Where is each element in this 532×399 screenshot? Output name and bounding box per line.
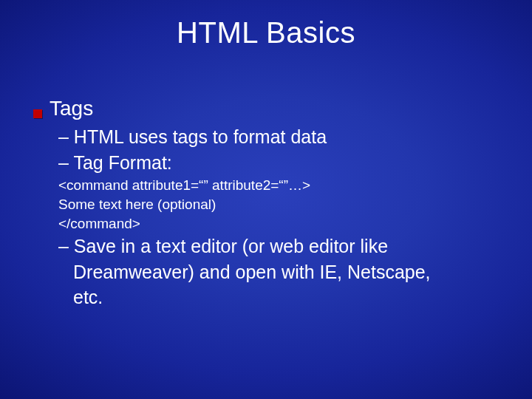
bullet-text: Tags — [50, 96, 93, 120]
code-line: <command attribute1=“” attribute2=“”…> — [58, 176, 502, 194]
slide-title: HTML Basics — [0, 16, 532, 50]
square-bullet-icon — [33, 109, 42, 118]
code-line: Some text here (optional) — [58, 195, 502, 214]
bullet-level1: Tags — [33, 96, 502, 120]
sub-bullet: – HTML uses tags to format data — [58, 125, 502, 149]
code-line: </command> — [58, 214, 502, 233]
slide-body: Tags – HTML uses tags to format data – T… — [33, 96, 502, 311]
sub-bullet-cont: etc. — [73, 285, 502, 310]
sub-bullet: – Save in a text editor (or web editor l… — [58, 234, 502, 259]
slide: HTML Basics Tags – HTML uses tags to for… — [0, 0, 532, 399]
sub-bullet: – Tag Format: — [58, 151, 502, 175]
sub-bullet-cont: Dreamweaver) and open with IE, Netscape, — [73, 260, 502, 284]
